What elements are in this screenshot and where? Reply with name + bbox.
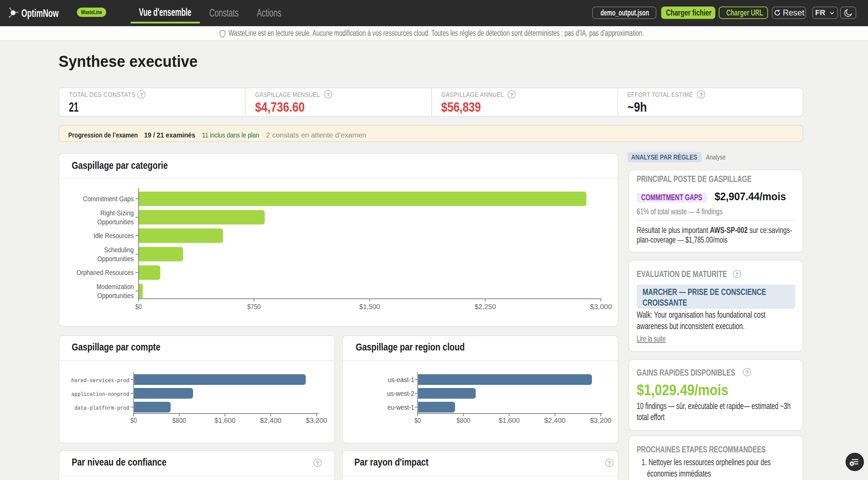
svg-text:Opportunities: Opportunities [97, 218, 134, 226]
svg-text:Right-Sizing: Right-Sizing [100, 209, 134, 217]
svg-text:Modernization: Modernization [97, 283, 134, 290]
svg-text:$3,200: $3,200 [590, 416, 612, 424]
svg-text:$0: $0 [414, 416, 421, 424]
svg-text:$1,600: $1,600 [499, 416, 520, 424]
svg-text:Opportunities: Opportunities [97, 255, 134, 263]
svg-text:$2,250: $2,250 [475, 303, 496, 310]
svg-text:Orphaned Resources: Orphaned Resources [77, 269, 134, 276]
svg-text:Scheduling: Scheduling [104, 246, 134, 254]
svg-text:data-platform-prod: data-platform-prod [74, 405, 129, 411]
svg-text:$0: $0 [135, 303, 142, 310]
svg-text:$800: $800 [456, 416, 470, 424]
svg-text:$0: $0 [130, 416, 137, 424]
svg-text:$800: $800 [172, 416, 186, 424]
svg-text:$3,000: $3,000 [590, 303, 612, 310]
svg-text:$2,400: $2,400 [544, 416, 566, 424]
svg-text:$1,500: $1,500 [359, 303, 380, 310]
svg-text:us-west-2: us-west-2 [387, 390, 414, 397]
svg-text:Idle Resources: Idle Resources [93, 232, 134, 239]
svg-text:$3,200: $3,200 [306, 416, 327, 424]
svg-text:$2,400: $2,400 [260, 416, 281, 424]
svg-text:us-east-1: us-east-1 [388, 376, 414, 384]
svg-text:$750: $750 [247, 303, 261, 310]
svg-text:application-nonprod: application-nonprod [71, 391, 129, 398]
svg-text:Commitment Gaps: Commitment Gaps [83, 195, 134, 203]
svg-text:$1,600: $1,600 [214, 416, 235, 424]
svg-text:shared-services-prod: shared-services-prod [71, 378, 129, 384]
svg-text:eu-west-1: eu-west-1 [387, 404, 414, 411]
svg-text:Opportunities: Opportunities [97, 292, 134, 299]
